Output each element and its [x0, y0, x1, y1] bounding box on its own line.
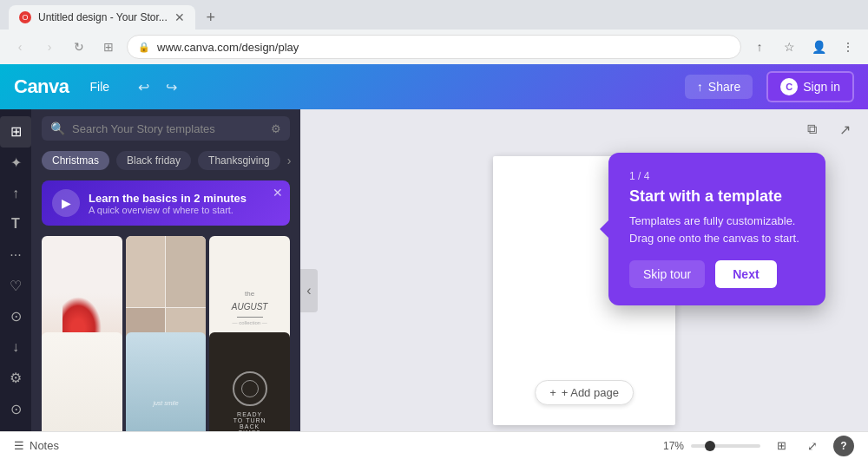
canva-logo: Canva	[14, 75, 69, 98]
appgrid-button[interactable]: ⊞	[97, 36, 120, 58]
main-area: ⊞ ✦ ↑ T ··· ♡ ⊙ ↓ ⚙ ⊙ 🔍 ⚙ Christmas	[0, 109, 868, 431]
signin-button[interactable]: C Sign in	[766, 71, 854, 102]
lock-icon: 🔒	[138, 42, 150, 53]
address-bar[interactable]: 🔒 www.canva.com/design/play	[127, 35, 741, 59]
signin-label: Sign in	[803, 80, 840, 94]
browser-nav-bar: ‹ › ↻ ⊞ 🔒 www.canva.com/design/play ↑ ☆ …	[0, 30, 868, 64]
sidebar-item-text[interactable]: T	[0, 209, 31, 240]
tour-description: Templates are fully customizable. Drag o…	[629, 213, 805, 246]
tour-title: Start with a template	[629, 187, 805, 206]
share-canvas-button[interactable]: ↗	[832, 116, 858, 142]
fullscreen-button[interactable]: ⤢	[802, 436, 823, 456]
template-card-6[interactable]: READYTO TURNBACKTIME?	[209, 332, 290, 432]
zoom-percent: 17%	[663, 440, 684, 452]
sidebar-item-settings[interactable]: ⚙	[0, 363, 31, 394]
file-menu[interactable]: File	[83, 76, 117, 97]
filter-icon[interactable]: ⚙	[271, 122, 281, 135]
sidebar-item-download[interactable]: ↓	[0, 332, 31, 364]
promo-play-button[interactable]: ▶	[52, 189, 80, 217]
sidebar-item-elements[interactable]: ✦	[0, 148, 31, 179]
sidebar-item-more[interactable]: ···	[0, 239, 31, 271]
browser-action-buttons: ↑ ☆ 👤 ⋮	[748, 36, 859, 58]
sidebar-item-uploads[interactable]: ↑	[0, 178, 31, 209]
zoom-slider-thumb[interactable]	[705, 441, 715, 451]
next-tour-button[interactable]: Next	[715, 260, 776, 288]
promo-close-button[interactable]: ✕	[273, 186, 283, 200]
canvas-panel-toggle[interactable]: ‹	[300, 269, 318, 312]
skip-tour-button[interactable]: Skip tour	[629, 260, 705, 288]
help-button[interactable]: ?	[833, 436, 854, 456]
tab-favicon: O	[19, 11, 31, 23]
reload-button[interactable]: ↻	[68, 36, 90, 58]
sidebar-item-heart[interactable]: ♡	[0, 271, 31, 302]
icon-bar: ⊞ ✦ ↑ T ··· ♡ ⊙ ↓ ⚙ ⊙	[0, 109, 31, 431]
extensions-button[interactable]: ↑	[748, 36, 771, 58]
notes-icon: ☰	[14, 439, 24, 452]
active-tab[interactable]: O Untitled design - Your Stor... ✕	[9, 5, 195, 30]
promo-subtitle: A quick overview of where to start.	[89, 205, 247, 215]
undo-button[interactable]: ↩	[130, 74, 156, 100]
tag-christmas[interactable]: Christmas	[42, 151, 109, 170]
search-icon: 🔍	[50, 121, 65, 135]
template-card-5[interactable]: just smile	[126, 332, 207, 432]
tag-blackfriday[interactable]: Black friday	[116, 151, 191, 170]
add-page-label: + Add page	[562, 386, 619, 399]
page-nav-grid[interactable]: ⊞	[771, 436, 792, 456]
tag-scroll-right[interactable]: ›	[287, 154, 292, 167]
undo-redo-group: ↩ ↪	[130, 74, 184, 100]
tab-close-button[interactable]: ✕	[174, 10, 185, 24]
zoom-controls: 17%	[663, 440, 760, 452]
canvas-toolbar: ⧉ ↗	[300, 109, 868, 149]
tour-actions: Skip tour Next	[629, 260, 805, 288]
tag-row: Christmas Black friday Thanksgiving ›	[31, 144, 300, 177]
back-button[interactable]: ‹	[9, 36, 31, 58]
tab-bar: O Untitled design - Your Stor... ✕ +	[0, 0, 868, 30]
new-tab-button[interactable]: +	[199, 5, 223, 30]
tab-title: Untitled design - Your Stor...	[38, 11, 168, 23]
sidebar-item-location[interactable]: ⊙	[0, 394, 31, 425]
share-icon: ↑	[697, 80, 703, 94]
topbar: Canva File ↩ ↪ ↑ Share C Sign in	[0, 64, 868, 109]
bookmark-button[interactable]: ☆	[778, 36, 800, 58]
tour-step: 1 / 4	[629, 170, 805, 182]
share-label: Share	[708, 80, 740, 94]
canvas-area: ⧉ ↗ ‹ + + Add page 1 / 4 Start with a te…	[300, 109, 868, 431]
templates-sidebar: 🔍 ⚙ Christmas Black friday Thanksgiving …	[31, 109, 300, 431]
tag-thanksgiving[interactable]: Thanksgiving	[198, 151, 280, 170]
search-bar: 🔍 ⚙	[42, 116, 290, 141]
promo-banner: ✕ ▶ Learn the basics in 2 minutes A quic…	[42, 180, 290, 226]
sidebar-item-templates[interactable]: ⊞	[0, 116, 31, 148]
bottom-bar: ☰ Notes 17% ⊞ ⤢ ?	[0, 431, 868, 459]
tour-popup: 1 / 4 Start with a template Templates ar…	[608, 153, 825, 305]
sidebar-item-history[interactable]: ⊙	[0, 301, 31, 332]
template-card-4[interactable]: COTTON KNITWEAR	[42, 332, 122, 432]
add-page-button[interactable]: + + Add page	[535, 380, 634, 405]
zoom-slider[interactable]	[691, 444, 760, 448]
forward-button[interactable]: ›	[38, 36, 61, 58]
redo-button[interactable]: ↪	[158, 74, 184, 100]
notes-button[interactable]: ☰ Notes	[14, 439, 59, 452]
share-button[interactable]: ↑ Share	[685, 75, 753, 99]
canva-c-icon: C	[780, 78, 798, 95]
search-input[interactable]	[72, 122, 264, 135]
app: Canva File ↩ ↪ ↑ Share C Sign in ⊞ ✦ ↑ T…	[0, 64, 868, 459]
url-text: www.canva.com/design/play	[157, 41, 299, 54]
sidebar-panel-header: 🔍 ⚙	[31, 109, 300, 144]
notes-label: Notes	[30, 439, 59, 452]
duplicate-page-button[interactable]: ⧉	[799, 116, 825, 142]
add-page-icon: +	[549, 386, 556, 399]
menu-button[interactable]: ⋮	[837, 36, 859, 58]
template-grid: Lest we forget.REMEMBRANCE DAY the AUGUS…	[31, 229, 300, 431]
browser-chrome: O Untitled design - Your Stor... ✕ + ‹ ›…	[0, 0, 868, 64]
promo-title: Learn the basics in 2 minutes	[89, 192, 247, 205]
promo-text: Learn the basics in 2 minutes A quick ov…	[89, 192, 247, 215]
tour-arrow	[600, 220, 608, 238]
profile-button[interactable]: 👤	[807, 36, 830, 58]
page-navigation: ⊞	[771, 436, 792, 456]
